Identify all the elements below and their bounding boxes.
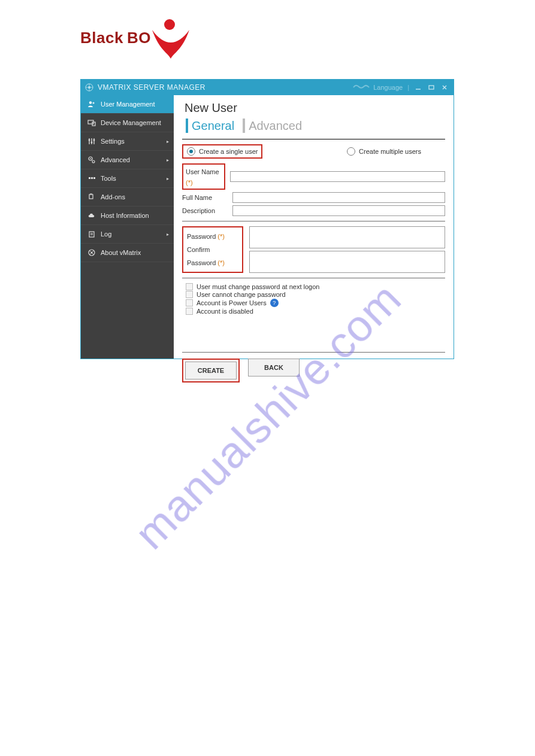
sidebar-item-label: About vMatrix — [101, 249, 141, 256]
password-input[interactable] — [249, 226, 445, 248]
row-passwords: Password (*) Confirm Password (*) — [182, 226, 445, 273]
fullname-label: Full Name — [182, 194, 232, 201]
svg-point-15 — [89, 139, 90, 141]
annotation-highlight-username-label: User Name (*) — [182, 163, 225, 190]
annotation-highlight-single-user: Create a single user — [182, 144, 262, 159]
divider — [182, 352, 445, 353]
button-row: CREATE BACK — [182, 359, 445, 382]
plugin-icon — [87, 193, 96, 201]
devices-icon — [87, 119, 96, 127]
svg-point-17 — [93, 139, 95, 141]
check-power-users[interactable]: Account is Power Users ? — [186, 299, 445, 307]
svg-rect-24 — [89, 195, 93, 199]
language-button[interactable]: Language — [373, 84, 403, 91]
check-label: User cannot change password — [197, 291, 286, 298]
window-right-controls: Language | — [353, 80, 451, 95]
svg-point-8 — [89, 101, 92, 104]
confirm-password-input[interactable] — [249, 251, 445, 273]
users-icon — [87, 100, 96, 108]
main-panel: New User General Advanced Create a singl… — [174, 95, 454, 359]
check-label: User must change password at next logon — [197, 283, 319, 290]
help-icon[interactable]: ? — [270, 299, 279, 307]
brand-logo: Black BO — [80, 17, 192, 59]
window-title: VMATRIX SERVER MANAGER — [98, 83, 205, 92]
sidebar-item-label: User Management — [101, 101, 155, 108]
sidebar-item-device-management[interactable]: Device Management — [81, 114, 174, 132]
brand-text-bo: BO — [127, 29, 151, 47]
svg-point-20 — [92, 160, 95, 163]
sidebar-item-advanced[interactable]: Advanced ▸ — [81, 151, 174, 169]
info-icon — [87, 248, 96, 257]
tab-label: Advanced — [249, 119, 302, 133]
cloud-icon — [87, 211, 96, 220]
username-label: User Name (*) — [186, 168, 219, 186]
svg-rect-5 — [429, 86, 434, 89]
radio-create-single-user[interactable]: Create a single user — [187, 147, 258, 156]
close-button[interactable] — [438, 80, 451, 95]
sidebar-item-tools[interactable]: Tools ▸ — [81, 169, 174, 188]
sidebar-item-label: Device Management — [101, 119, 161, 126]
chevron-right-icon: ▸ — [167, 232, 169, 237]
svg-point-16 — [91, 142, 93, 144]
svg-rect-22 — [91, 177, 93, 179]
divider — [182, 278, 445, 278]
sidebar-item-label: Log — [101, 230, 111, 238]
sidebar-item-user-management[interactable]: User Management — [81, 95, 174, 114]
tabs: General Advanced — [182, 119, 445, 134]
back-button[interactable]: BACK — [248, 359, 300, 377]
checkbox-icon — [186, 308, 193, 315]
check-account-disabled[interactable]: Account is disabled — [186, 308, 445, 315]
checkbox-icon — [186, 299, 193, 306]
fullname-input[interactable] — [232, 192, 445, 203]
sidebar-item-label: Add-ons — [101, 193, 125, 201]
check-label: Account is disabled — [197, 308, 253, 315]
row-description: Description — [182, 205, 445, 216]
brand-figure — [150, 17, 192, 59]
confirm-password-label: Confirm Password (*) — [187, 243, 238, 269]
sidebar-item-log[interactable]: Log ▸ — [81, 225, 174, 244]
brand-text-black: Black — [80, 29, 123, 47]
tab-advanced[interactable]: Advanced — [239, 119, 307, 134]
tools-icon — [87, 174, 96, 183]
checkbox-icon — [186, 283, 193, 290]
page-title: New User — [185, 101, 445, 115]
row-username: User Name (*) — [182, 163, 445, 190]
create-button[interactable]: CREATE — [185, 362, 237, 379]
minimize-button[interactable] — [412, 80, 425, 95]
radio-off-icon — [347, 147, 355, 156]
username-input[interactable] — [230, 171, 445, 182]
tab-indicator — [186, 119, 188, 133]
user-type-radio-row: Create a single user Create multiple use… — [182, 144, 445, 159]
chevron-right-icon: ▸ — [167, 139, 169, 144]
sidebar-item-label: Host Information — [101, 212, 149, 219]
check-cannot-change-password[interactable]: User cannot change password — [186, 291, 445, 298]
description-label: Description — [182, 207, 232, 214]
sidebar-item-settings[interactable]: Settings ▸ — [81, 132, 174, 151]
sidebar-item-host-information[interactable]: Host Information — [81, 207, 174, 225]
radio-create-multiple-users[interactable]: Create multiple users — [347, 147, 421, 156]
chevron-right-icon: ▸ — [167, 157, 169, 163]
maximize-button[interactable] — [425, 80, 438, 95]
sidebar-item-about[interactable]: About vMatrix — [81, 244, 174, 262]
radio-label: Create multiple users — [359, 148, 421, 155]
annotation-highlight-password-labels: Password (*) Confirm Password (*) — [182, 226, 243, 273]
sidebar-item-addons[interactable]: Add-ons — [81, 188, 174, 207]
row-fullname: Full Name — [182, 192, 445, 203]
sidebar: User Management Device Management Settin… — [81, 95, 174, 359]
radio-label: Create a single user — [199, 148, 258, 155]
world-map-icon — [353, 83, 370, 92]
tab-label: General — [192, 119, 234, 133]
sidebar-item-label: Advanced — [101, 156, 130, 163]
gears-icon — [87, 156, 96, 164]
sidebar-item-label: Tools — [101, 175, 116, 182]
sliders-icon — [87, 137, 96, 145]
description-input[interactable] — [232, 205, 445, 216]
log-icon — [87, 230, 96, 238]
svg-point-19 — [90, 158, 91, 159]
password-label: Password (*) — [187, 230, 238, 243]
sidebar-item-label: Settings — [101, 138, 125, 145]
svg-point-9 — [92, 102, 94, 104]
tab-general[interactable]: General — [182, 119, 239, 134]
separator: | — [407, 84, 409, 91]
check-must-change-password[interactable]: User must change password at next logon — [186, 283, 445, 290]
